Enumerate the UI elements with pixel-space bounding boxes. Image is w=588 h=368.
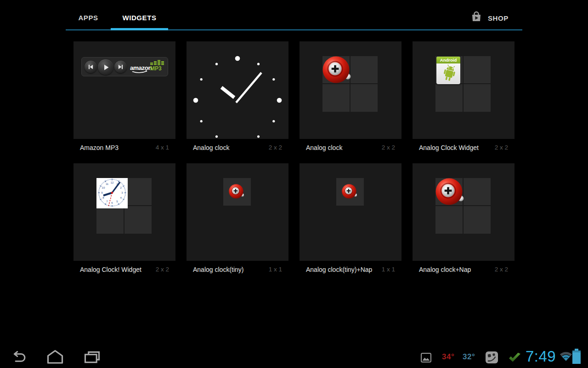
- temperature-red: 34°: [442, 352, 454, 362]
- widget-preview: [413, 163, 514, 261]
- widget-card-analog-clock-tiny-nap[interactable]: Analog clock(tiny)+Nap 1 x 1: [300, 163, 401, 285]
- widget-preview: [187, 163, 288, 261]
- widget-card-amazon-mp3[interactable]: amazon MP3 Amazon MP3 4 x 1: [74, 41, 175, 163]
- widget-card-analog-clock[interactable]: Analog clock 2 x 2: [300, 41, 401, 163]
- widget-size: 2 x 2: [495, 266, 508, 273]
- play-icon: [98, 59, 113, 75]
- widget-name: Analog clock(tiny): [193, 266, 244, 273]
- widget-preview: 121234567891011: [74, 163, 175, 261]
- widget-caption: Analog clock(tiny)+Nap 1 x 1: [300, 261, 401, 285]
- recents-icon[interactable]: [83, 350, 101, 366]
- widget-card-analog-clock-nap[interactable]: Analog clock+Nap 2 x 2: [413, 163, 514, 285]
- next-track-icon: [114, 61, 127, 73]
- widget-caption: Amazon MP3 4 x 1: [74, 139, 175, 163]
- analog-clock-preview: [187, 41, 288, 139]
- widget-card-analog-clock-widget[interactable]: 121234567891011 Analog Clock! Widget 2 x…: [74, 163, 175, 285]
- svg-text:11: 11: [106, 183, 109, 185]
- shop-label: SHOP: [488, 14, 509, 22]
- widget-name: Analog clock+Nap: [419, 266, 471, 273]
- widget-preview: amazon MP3: [74, 41, 175, 139]
- widget-size: 1 x 1: [269, 266, 282, 273]
- widget-name: Analog Clock Widget: [419, 144, 479, 151]
- shop-bag-icon: [469, 10, 483, 26]
- gallery-icon: [421, 353, 431, 364]
- svg-text:MP3: MP3: [150, 65, 162, 72]
- tab-widgets[interactable]: WIDGETS: [111, 13, 168, 23]
- alarm-clock-icon: [342, 184, 357, 200]
- amazon-mp3-logo: amazon MP3: [130, 60, 166, 75]
- svg-text:12: 12: [111, 181, 114, 184]
- widget-caption: Analog Clock! Widget 2 x 2: [74, 261, 175, 285]
- widget-name: Analog clock(tiny)+Nap: [306, 266, 372, 273]
- widget-size: 4 x 1: [156, 144, 169, 151]
- widget-caption: Analog clock 2 x 2: [300, 139, 401, 163]
- widget-size: 2 x 2: [382, 144, 395, 151]
- widget-preview: Android: [413, 41, 514, 139]
- battery-icon: [572, 349, 581, 366]
- check-icon: [508, 352, 521, 365]
- widget-name: Analog Clock! Widget: [80, 266, 141, 273]
- svg-text:10: 10: [102, 186, 105, 189]
- widget-size: 2 x 2: [269, 144, 282, 151]
- widget-name: Analog clock: [193, 144, 229, 151]
- widget-size: 2 x 2: [156, 266, 169, 273]
- widget-caption: Analog clock(tiny) 1 x 1: [187, 261, 288, 285]
- widget-caption: Analog clock 2 x 2: [187, 139, 288, 163]
- widget-preview: [300, 41, 401, 139]
- svg-text:amazon: amazon: [130, 64, 152, 71]
- android-robot-icon: [441, 64, 457, 83]
- home-icon[interactable]: [46, 349, 64, 367]
- tab-apps[interactable]: APPS: [66, 13, 111, 23]
- widget-size: 1 x 1: [382, 266, 395, 273]
- temperature-blue: 32°: [463, 352, 475, 362]
- previous-track-icon: [85, 61, 97, 73]
- active-tab-underline: [111, 28, 168, 30]
- widget-name: Analog clock: [306, 144, 342, 151]
- alarm-clock-icon: [229, 184, 244, 200]
- amazon-mp3-widget-bar: amazon MP3: [81, 57, 168, 76]
- widget-size: 2 x 2: [495, 144, 508, 151]
- face-app-icon: [486, 351, 498, 365]
- white-analog-clock-icon: 121234567891011: [96, 178, 128, 208]
- android-icon-label: Android: [436, 57, 460, 63]
- widget-preview: [300, 163, 401, 261]
- widget-card-analog-clock[interactable]: Analog clock 2 x 2: [187, 41, 288, 163]
- android-widget-icon: Android: [436, 57, 460, 84]
- alarm-clock-icon: [322, 56, 351, 85]
- alarm-clock-icon: [435, 178, 464, 207]
- status-clock: 7:49: [526, 348, 556, 365]
- widget-grid: amazon MP3 Amazon MP3 4 x 1: [74, 41, 514, 285]
- shop-button[interactable]: SHOP: [469, 10, 525, 26]
- back-icon[interactable]: [10, 351, 27, 366]
- widget-card-analog-clock-widget[interactable]: Android Analog Clock Widget 2 x 2: [413, 41, 514, 163]
- widget-name: Amazon MP3: [80, 144, 119, 151]
- widget-caption: Analog clock+Nap 2 x 2: [413, 261, 514, 285]
- widget-card-analog-clock-tiny[interactable]: Analog clock(tiny) 1 x 1: [187, 163, 288, 285]
- wifi-icon: [560, 350, 572, 364]
- widget-caption: Analog Clock Widget 2 x 2: [413, 139, 514, 163]
- widget-preview: [187, 41, 288, 139]
